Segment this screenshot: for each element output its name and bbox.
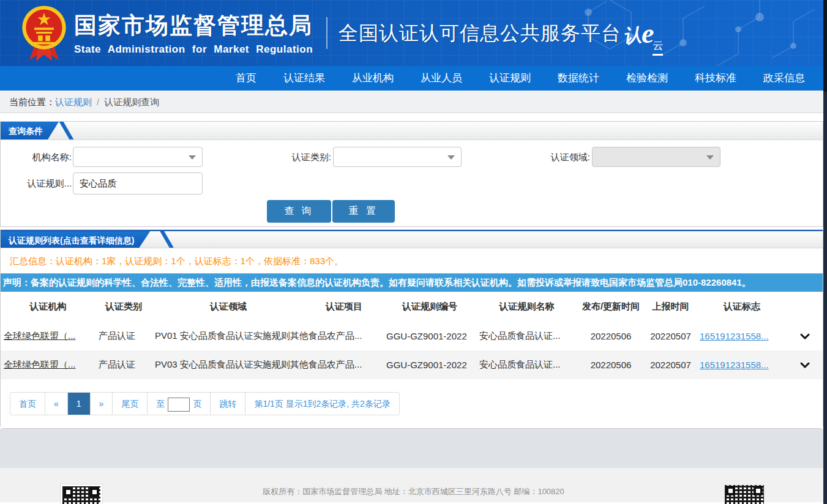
tab-decoration xyxy=(59,122,74,139)
pagination-first[interactable]: 首页 xyxy=(10,393,45,415)
cert-mark-link[interactable]: 165191231558... xyxy=(700,331,769,341)
label-cert-field: 认证领域: xyxy=(538,147,590,167)
platform-title: 全国认证认可信息公共服务平台 xyxy=(339,20,621,47)
nav-item-institutions[interactable]: 从业机构 xyxy=(339,66,407,91)
org-title: 国家市场监督管理总局 xyxy=(74,10,313,41)
pagination-last[interactable]: 尾页 xyxy=(113,393,148,415)
chevron-down-icon xyxy=(706,155,714,160)
page: 国家市场监督管理总局 State Administration for Mark… xyxy=(0,0,827,504)
col-header-report-date: 上报时间 xyxy=(645,292,697,322)
label-org-name: 机构名称: xyxy=(18,147,72,167)
cell-publish-date: 20220506 xyxy=(577,350,645,379)
nav-item-procurement[interactable]: 政采信息 xyxy=(750,66,818,91)
table-row[interactable]: 全球绿色联盟（... 产品认证 PV01 安心品质食品认证实施规则其他食品农产品… xyxy=(1,322,823,350)
pagination-area: 首页 « 1 » 尾页 至页 跳转 第1/1页 显示1到2条记录, 共2条记录 xyxy=(1,379,823,428)
query-form: 机构名称: 认证类别: 认证领域: 认证规则... 查 询 重 置 xyxy=(1,140,823,226)
col-header-rule-name: 认证规则名称 xyxy=(476,292,577,322)
pagination-goto: 至页 xyxy=(148,393,211,415)
cell-rule-name: 安心品质食品认证... xyxy=(476,322,577,350)
org-subtitle: State Administration for Market Regulati… xyxy=(74,43,313,56)
copyright-text: 版权所有：国家市场监督管理总局 地址：北京市西城区三里河东路八号 邮编：1008… xyxy=(0,486,827,497)
query-section-title-tab: 查询条件 xyxy=(1,122,59,139)
nav-item-cert-results[interactable]: 认证结果 xyxy=(270,66,339,91)
list-section-header: 认证规则列表(点击查看详细信息) xyxy=(1,230,823,248)
col-header-expand xyxy=(787,292,823,322)
pagination-info: 第1/1页 显示1到2条记录, 共2条记录 xyxy=(245,393,399,415)
search-button[interactable]: 查 询 xyxy=(267,200,331,223)
cell-category: 产品认证 xyxy=(95,350,152,379)
nav-item-home[interactable]: 首页 xyxy=(222,66,270,91)
pagination-prev[interactable]: « xyxy=(45,393,68,415)
col-header-publish-date: 发布/更新时间 xyxy=(577,292,645,322)
chevron-down-icon xyxy=(189,155,196,160)
cell-report-date: 20220507 xyxy=(645,350,697,379)
nav-item-inspection[interactable]: 检验检测 xyxy=(613,66,681,91)
table-row[interactable]: 全球绿色联盟（... 产品认证 PV03 安心品质食品认证实施规则其他食品农产品… xyxy=(1,350,823,379)
scrollbar-thumb[interactable] xyxy=(823,0,827,92)
org-link[interactable]: 全球绿色联盟（... xyxy=(4,359,76,369)
breadcrumb-link-cert-rules[interactable]: 认证规则 xyxy=(55,97,92,107)
cell-category: 产品认证 xyxy=(95,322,152,350)
cert-rule-input[interactable] xyxy=(73,172,203,195)
site-header: 国家市场监督管理总局 State Administration for Mark… xyxy=(0,0,827,66)
org-title-block: 国家市场监督管理总局 State Administration for Mark… xyxy=(74,10,313,56)
chevron-down-icon[interactable] xyxy=(800,331,810,341)
cert-field-select xyxy=(592,147,720,167)
table-header-row: 认证机构 认证类别 认证领域 认证项目 认证规则编号 认证规则名称 发布/更新时… xyxy=(1,292,823,322)
main-nav: 首页 认证结果 从业机构 从业人员 认证规则 数据统计 检验检测 科技标准 政采… xyxy=(0,66,827,91)
footer-band xyxy=(0,429,827,468)
spacer xyxy=(0,113,827,121)
query-section: 查询条件 机构名称: 认证类别: 认证领域: 认证规则... 查 询 重 置 xyxy=(0,121,823,227)
cell-field: PV03 安心品质食品认证实施规则其他食品农产品... xyxy=(152,350,383,379)
breadcrumb-prefix: 当前位置： xyxy=(9,97,55,107)
nav-item-statistics[interactable]: 数据统计 xyxy=(544,66,613,91)
breadcrumb: 当前位置：认证规则/认证规则查询 xyxy=(0,91,827,113)
pagination-jump-button[interactable]: 跳转 xyxy=(211,393,245,415)
col-header-category: 认证类别 xyxy=(95,292,152,322)
label-cert-category: 认证类别: xyxy=(279,147,331,167)
cell-rule-no: GGU-GZ9001-2022 xyxy=(383,350,476,379)
ren-e-yun-logo: 认e云 xyxy=(623,16,663,48)
col-header-rule-no: 认证规则编号 xyxy=(383,292,476,322)
qr-code-right xyxy=(725,485,764,504)
rules-list-section: 认证规则列表(点击查看详细信息) 汇总信息：认证机构：1家，认证规则：1个，认证… xyxy=(0,229,823,429)
breadcrumb-current: 认证规则查询 xyxy=(104,97,159,107)
cell-field: PV01 安心品质食品认证实施规则其他食品农产品... xyxy=(152,322,383,350)
nav-item-tech-standards[interactable]: 科技标准 xyxy=(681,66,750,91)
cell-publish-date: 20220506 xyxy=(577,322,645,350)
reset-button[interactable]: 重 置 xyxy=(332,200,395,223)
summary-info: 汇总信息：认证机构：1家，认证规则：1个，认证标志：1个，依据标准：833个。 xyxy=(1,248,823,273)
disclaimer-bar: 声明：备案的认证规则的科学性、合法性、完整性、适用性，由报送备案信息的认证机构负… xyxy=(1,273,823,292)
header-divider xyxy=(326,17,327,49)
breadcrumb-separator: / xyxy=(97,97,99,107)
cert-mark-link[interactable]: 165191231558... xyxy=(700,360,769,370)
national-emblem-logo xyxy=(21,4,67,63)
label-cert-rule: 认证规则... xyxy=(9,172,72,193)
rules-table: 认证机构 认证类别 认证领域 认证项目 认证规则编号 认证规则名称 发布/更新时… xyxy=(1,292,823,379)
pagination: 首页 « 1 » 尾页 至页 跳转 第1/1页 显示1到2条记录, 共2条记录 xyxy=(10,392,400,415)
nav-item-cert-rules[interactable]: 认证规则 xyxy=(476,66,544,91)
org-link[interactable]: 全球绿色联盟（... xyxy=(4,330,76,341)
cell-report-date: 20220507 xyxy=(645,322,697,350)
cell-rule-name: 安心品质食品认证... xyxy=(476,350,577,379)
nav-item-personnel[interactable]: 从业人员 xyxy=(407,66,476,91)
cell-rule-no: GGU-GZ9001-2022 xyxy=(383,322,476,350)
footer: 版权所有：国家市场监督管理总局 地址：北京市西城区三里河东路八号 邮编：1008… xyxy=(0,468,827,502)
pagination-next[interactable]: » xyxy=(91,393,113,415)
org-name-select[interactable] xyxy=(73,147,203,167)
goto-page-input[interactable] xyxy=(168,398,190,412)
col-header-org: 认证机构 xyxy=(1,292,95,322)
chevron-down-icon[interactable] xyxy=(800,360,810,370)
col-header-project: 认证项目 xyxy=(305,292,383,322)
page-scrollbar[interactable] xyxy=(823,0,827,504)
list-section-title-tab: 认证规则列表(点击查看详细信息) xyxy=(1,231,150,248)
col-header-mark: 认证标志 xyxy=(697,292,787,322)
tab-decoration xyxy=(160,231,174,248)
col-header-field: 认证领域 xyxy=(152,292,305,322)
pagination-page-1[interactable]: 1 xyxy=(68,393,91,415)
query-section-header: 查询条件 xyxy=(1,122,823,140)
chevron-down-icon xyxy=(447,155,455,160)
cert-category-select[interactable] xyxy=(333,147,462,167)
